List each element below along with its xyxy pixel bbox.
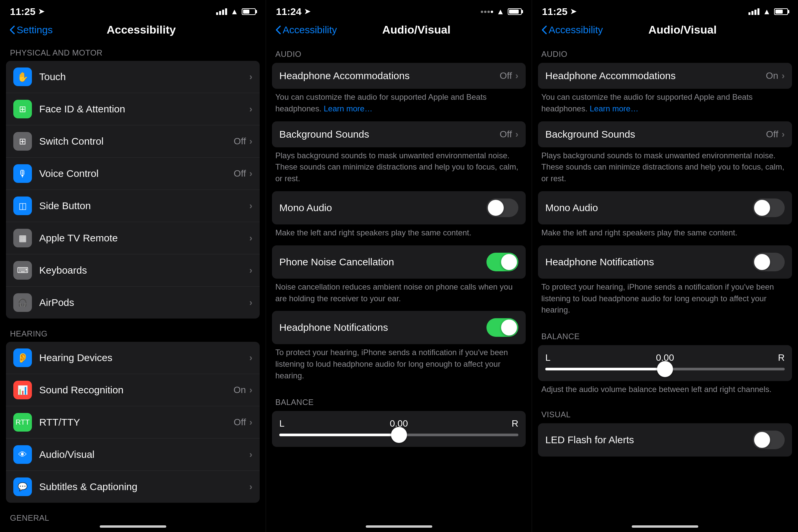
noise-cancel-card: Phone Noise Cancellation <box>272 245 526 279</box>
mono-audio-toggle-3[interactable] <box>753 198 785 217</box>
faceid-label: Face ID & Attention <box>39 103 249 115</box>
headphone-acc-card: Headphone Accommodations Off › <box>272 63 526 89</box>
hearingdevices-icon: 👂 <box>13 348 32 367</box>
mono-audio-knob <box>488 200 504 216</box>
balance-slider-track-3 <box>545 368 785 370</box>
list-item-touch[interactable]: ✋ Touch › <box>6 61 260 93</box>
home-indicator-2 <box>266 521 532 532</box>
time-2: 11:24 <box>276 6 302 17</box>
hearingdevices-label: Hearing Devices <box>39 352 249 363</box>
status-bar-1: 11:25 ➤ ▲ <box>0 0 266 21</box>
list-item-switchcontrol[interactable]: ⊞ Switch Control Off › <box>6 125 260 158</box>
noise-cancel-desc: Noise cancellation reduces ambient noise… <box>266 281 532 311</box>
nav-bar-3: Accessibility Audio/Visual <box>532 21 798 40</box>
list-item-airpods[interactable]: 🎧 AirPods › <box>6 287 260 319</box>
scroll-content-2[interactable]: AUDIO Headphone Accommodations Off › You… <box>266 40 532 521</box>
headphone-notif-knob-3 <box>754 254 770 270</box>
scroll-content-1[interactable]: Physical and Motor ✋ Touch › ⊞ Face ID &… <box>0 40 266 521</box>
headphone-acc-row[interactable]: Headphone Accommodations Off › <box>272 63 526 89</box>
bg-sounds-row-3[interactable]: Background Sounds Off › <box>538 121 792 147</box>
audio-label-2: AUDIO <box>266 40 532 63</box>
headphone-notif-toggle[interactable] <box>487 318 518 337</box>
headphone-notif-knob <box>501 320 517 336</box>
noise-cancel-toggle[interactable] <box>487 253 518 271</box>
audiovisual-label: Audio/Visual <box>39 449 249 460</box>
airpods-label: AirPods <box>39 297 249 308</box>
audio-label-3: AUDIO <box>532 40 798 63</box>
voicecontrol-chevron: › <box>249 168 252 179</box>
headphone-notif-card: Headphone Notifications <box>272 311 526 344</box>
list-item-appletvremote[interactable]: ▦ Apple TV Remote › <box>6 222 260 254</box>
headphone-acc-chevron: › <box>515 71 518 81</box>
headphone-acc-desc: You can customize the audio for supporte… <box>266 92 532 121</box>
headphone-acc-value: Off <box>500 71 512 81</box>
balance-right-label-3: R <box>775 353 785 363</box>
appletvremote-icon: ▦ <box>13 229 32 247</box>
led-flash-toggle[interactable] <box>753 431 785 449</box>
list-group-physical: ✋ Touch › ⊞ Face ID & Attention › ⊞ Swit… <box>6 61 260 319</box>
balance-left-label: L <box>279 418 289 429</box>
signal-icon-1 <box>216 8 227 15</box>
home-bar-2 <box>366 525 432 528</box>
soundrecog-label: Sound Recognition <box>39 384 233 396</box>
bg-sounds-desc: Plays background sounds to mask unwanted… <box>266 150 532 191</box>
list-item-soundrecog[interactable]: 📊 Sound Recognition On › <box>6 374 260 406</box>
list-item-hearingdevices[interactable]: 👂 Hearing Devices › <box>6 342 260 374</box>
headphone-acc-row-3[interactable]: Headphone Accommodations On › <box>538 63 792 89</box>
balance-left-label-3: L <box>545 353 555 363</box>
learn-more-link-1[interactable]: Learn more… <box>324 104 373 113</box>
bg-sounds-label: Background Sounds <box>279 129 500 140</box>
list-item-keyboards[interactable]: ⌨ Keyboards › <box>6 254 260 287</box>
balance-desc-3: Adjust the audio volume balance between … <box>532 384 798 402</box>
list-item-rtttty[interactable]: RTT RTT/TTY Off › <box>6 406 260 439</box>
balance-slider-container[interactable] <box>279 434 518 436</box>
noise-cancel-label: Phone Noise Cancellation <box>279 256 487 268</box>
noise-cancel-row: Phone Noise Cancellation <box>272 245 526 279</box>
balance-slider-track <box>279 434 518 436</box>
appletvremote-label: Apple TV Remote <box>39 232 249 244</box>
bg-sounds-value-3: Off <box>766 129 778 140</box>
rtttty-label: RTT/TTY <box>39 417 234 428</box>
list-item-voicecontrol[interactable]: 🎙 Voice Control Off › <box>6 158 260 190</box>
list-item-sidebutton[interactable]: ◫ Side Button › <box>6 190 260 222</box>
balance-slider-container-3[interactable] <box>545 368 785 370</box>
signal-icon-3 <box>748 8 759 15</box>
subtitles-icon: 💬 <box>13 477 32 496</box>
page-title-3: Audio/Visual <box>576 23 789 36</box>
balance-label-2: BALANCE <box>266 388 532 411</box>
wifi-icon-3: ▲ <box>763 7 771 16</box>
headphone-notif-toggle-3[interactable] <box>753 253 785 271</box>
touch-icon: ✋ <box>13 68 32 86</box>
faceid-icon: ⊞ <box>13 100 32 118</box>
wifi-icon-1: ▲ <box>230 7 239 16</box>
home-indicator-1 <box>0 521 266 532</box>
led-flash-label: LED Flash for Alerts <box>545 434 753 445</box>
section-header-physical: Physical and Motor <box>0 40 266 61</box>
headphone-notif-desc: To protect your hearing, iPhone sends a … <box>266 347 532 388</box>
audiovisual-chevron: › <box>249 449 252 460</box>
switchcontrol-value: Off <box>234 136 246 147</box>
led-flash-row: LED Flash for Alerts <box>538 423 792 457</box>
bg-sounds-label-3: Background Sounds <box>545 129 766 140</box>
rtttty-value: Off <box>234 417 246 428</box>
scroll-content-3[interactable]: AUDIO Headphone Accommodations On › You … <box>532 40 798 521</box>
mono-audio-toggle[interactable] <box>487 198 518 217</box>
battery-icon-1 <box>242 8 256 15</box>
dot4 <box>491 11 493 13</box>
list-item-faceid[interactable]: ⊞ Face ID & Attention › <box>6 93 260 125</box>
learn-more-link-3[interactable]: Learn more… <box>590 104 639 113</box>
list-item-subtitles[interactable]: 💬 Subtitles & Captioning › <box>6 471 260 503</box>
bg-sounds-desc-3: Plays background sounds to mask unwanted… <box>532 150 798 191</box>
location-icon-3: ➤ <box>570 7 576 16</box>
mono-audio-card-3: Mono Audio <box>538 191 792 225</box>
subtitles-label: Subtitles & Captioning <box>39 481 249 492</box>
bg-sounds-row[interactable]: Background Sounds Off › <box>272 121 526 147</box>
mono-audio-label-3: Mono Audio <box>545 202 753 213</box>
mono-audio-desc: Make the left and right speakers play th… <box>266 227 532 245</box>
panel-1: 11:25 ➤ ▲ Settings Accessibility P <box>0 0 266 532</box>
mono-audio-card: Mono Audio <box>272 191 526 225</box>
sidebutton-label: Side Button <box>39 200 249 211</box>
switchcontrol-label: Switch Control <box>39 136 234 147</box>
section-header-general: General <box>0 506 266 521</box>
list-item-audiovisual[interactable]: 👁 Audio/Visual › <box>6 439 260 471</box>
